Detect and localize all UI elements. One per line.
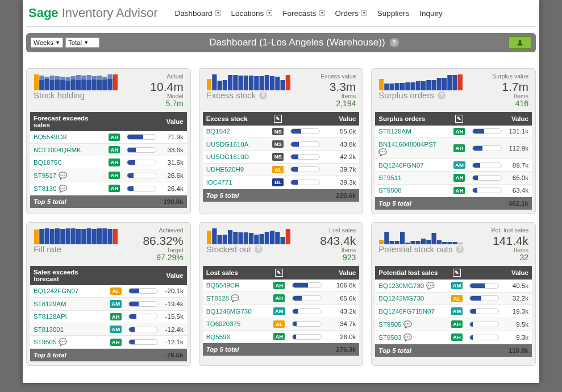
table-header-edit[interactable]: ✎ — [269, 112, 287, 126]
table-row[interactable]: BQ5596AH26.0k — [203, 330, 360, 343]
status-badge: NS — [272, 153, 284, 160]
item-code-link[interactable]: ST8128API — [34, 313, 67, 320]
table-row[interactable]: BQ1230MG730 💬AM40.5k — [375, 280, 532, 293]
svg-rect-61 — [453, 75, 457, 90]
table-row[interactable]: UUSDG1610DNS42.2k — [203, 151, 360, 163]
svg-rect-32 — [212, 74, 217, 90]
chat-icon[interactable]: 💬 — [378, 148, 387, 156]
table-row[interactable]: BQ1875CAH31.6k — [30, 156, 187, 169]
table-row[interactable]: BQ5549CRAH106.8k — [203, 280, 360, 292]
table-row[interactable]: BQ1246MG730AM43.2k — [203, 305, 360, 318]
status-badge: NS — [272, 140, 284, 148]
chat-icon[interactable]: 💬 — [56, 185, 66, 193]
row-value: 31.6k — [160, 156, 186, 169]
nav-orders[interactable]: Orders▾ — [335, 9, 367, 18]
chat-icon[interactable]: 💬 — [56, 172, 66, 180]
user-button[interactable] — [509, 36, 531, 49]
table-row[interactable]: ST9517 💬AH26.6k — [30, 169, 187, 182]
item-code-link[interactable]: BQ1542 — [206, 128, 230, 135]
table-row[interactable]: ST8128APIAH-15.5k — [30, 310, 187, 323]
table-row[interactable]: ST8128AMAH131.1k — [375, 126, 532, 138]
item-code-link[interactable]: ST9508 — [378, 187, 401, 194]
status-badge: AL — [451, 295, 463, 302]
nav-dashboard[interactable]: Dashboard▾ — [174, 9, 220, 18]
item-code-link[interactable]: ST9511 — [378, 174, 401, 181]
table-row[interactable]: ST9505 💬AH9.5k — [375, 318, 532, 331]
table-header-edit[interactable]: ✎ — [450, 112, 469, 126]
table-row[interactable]: BQ5549CRAH71.9k — [30, 131, 187, 144]
item-code-link[interactable]: ST8129AM — [34, 301, 66, 307]
item-code-link[interactable]: BQ1230MG730 — [378, 282, 424, 289]
nav-suppliers[interactable]: Suppliers — [377, 9, 409, 18]
chat-icon[interactable]: 💬 — [402, 333, 412, 341]
table-header-edit[interactable]: ✎ — [448, 266, 467, 280]
chat-icon[interactable]: 💬 — [402, 320, 412, 328]
item-code-link[interactable]: TQ6020375 — [206, 320, 241, 327]
svg-rect-59 — [442, 78, 447, 90]
item-code-link[interactable]: BQ1242FGN07 — [34, 287, 78, 294]
item-code-link[interactable]: BQ1875C — [34, 159, 63, 166]
item-code-link[interactable]: ST8130 — [34, 185, 56, 192]
item-code-link[interactable]: BQ1246FG715N07 — [378, 308, 434, 315]
table-row[interactable]: NCT1004QRMKAH33.6k — [30, 143, 187, 156]
item-code-link[interactable]: ST9517 — [34, 172, 56, 179]
table-row[interactable]: ST813001AM-12.4k — [30, 323, 187, 335]
table-row[interactable]: BQ1242FGN07AL-20.1k — [30, 285, 187, 298]
item-code-link[interactable]: ST8128AM — [378, 128, 411, 135]
period-select[interactable]: Weeks ▼ — [31, 37, 63, 48]
help-icon[interactable]: ? — [390, 38, 399, 47]
item-code-link[interactable]: BQ1246FGN07 — [378, 162, 423, 169]
svg-rect-15 — [71, 80, 76, 90]
item-code-link[interactable]: IOC4771 — [206, 179, 232, 186]
scope-select[interactable]: Total ▼ — [65, 37, 99, 48]
help-icon[interactable]: ? — [456, 245, 464, 253]
item-code-link[interactable]: ST9503 — [378, 334, 401, 341]
item-code-link[interactable]: ST813001 — [34, 326, 64, 333]
table-row[interactable]: BQ1242MG730AL32.2k — [375, 292, 532, 305]
chat-icon[interactable]: 💬 — [56, 338, 66, 346]
nav-forecasts[interactable]: Forecasts▾ — [282, 9, 324, 18]
help-icon[interactable]: ? — [438, 91, 446, 99]
help-icon[interactable]: ? — [259, 91, 267, 99]
table-row[interactable]: ST9505 💬AH-12.1k — [30, 336, 187, 349]
item-code-link[interactable]: UDHE520H9 — [206, 166, 244, 173]
table-row[interactable]: UUSDG1610ANS43.8k — [203, 137, 360, 150]
item-code-link[interactable]: NCT1004QRMK — [34, 147, 81, 153]
status-badge: AM — [110, 300, 122, 307]
item-code-link[interactable]: UUSDG1610D — [206, 153, 249, 160]
row-value: 32.2k — [502, 292, 532, 305]
svg-rect-96 — [385, 232, 389, 244]
svg-rect-58 — [437, 78, 442, 90]
table-header-edit[interactable]: ✎ — [270, 266, 289, 280]
chat-icon[interactable]: 💬 — [229, 294, 239, 302]
table-row[interactable]: BQ1246FG715N07AM19.3k — [375, 305, 532, 318]
item-code-link[interactable]: BQ1246MG730 — [206, 308, 252, 315]
table-row[interactable]: ST9511AH65.0k — [375, 172, 532, 184]
item-code-link[interactable]: BQ5549CR — [34, 134, 67, 140]
table-row[interactable]: IOC4771BL39.3k — [203, 176, 360, 189]
item-code-link[interactable]: ST8128 — [206, 295, 229, 302]
item-code-link[interactable]: BQ1242MG730 — [378, 295, 424, 302]
item-code-link[interactable]: BN1416048004PST — [378, 141, 436, 148]
chat-icon[interactable]: 💬 — [424, 282, 434, 290]
metric-value-big: 86.32% — [132, 234, 184, 247]
nav-locations[interactable]: Locations▾ — [231, 9, 273, 18]
table-row[interactable]: ST8128 💬AH65.6k — [203, 292, 360, 305]
table-row[interactable]: ST9503 💬AH9.3k — [375, 331, 532, 344]
table-row[interactable]: TQ6020375AL34.7k — [203, 318, 360, 330]
table-row[interactable]: BN1416048004PST 💬AH112.9k — [375, 137, 532, 159]
help-icon[interactable]: ? — [255, 245, 263, 253]
table-row[interactable]: ST9508AH63.4k — [375, 184, 532, 197]
table-row[interactable]: BQ1542NS55.6k — [203, 126, 360, 138]
table-row[interactable]: BQ1246FGN07AM89.7k — [375, 159, 532, 171]
table-row[interactable]: ST8129AMAM-19.4k — [30, 298, 187, 310]
item-code-link[interactable]: BQ5549CR — [206, 282, 240, 289]
item-code-link[interactable]: UUSDG1610A — [206, 141, 249, 148]
item-code-link[interactable]: ST9505 — [378, 321, 401, 328]
table-row[interactable]: UDHE520H9AL39.7k — [203, 163, 360, 176]
item-code-link[interactable]: BQ5596 — [206, 333, 230, 340]
period-select-value: Weeks — [34, 39, 53, 46]
item-code-link[interactable]: ST9505 — [34, 339, 56, 345]
nav-inquiry[interactable]: Inquiry — [419, 9, 443, 18]
table-row[interactable]: ST8130 💬AH26.4k — [30, 182, 187, 195]
